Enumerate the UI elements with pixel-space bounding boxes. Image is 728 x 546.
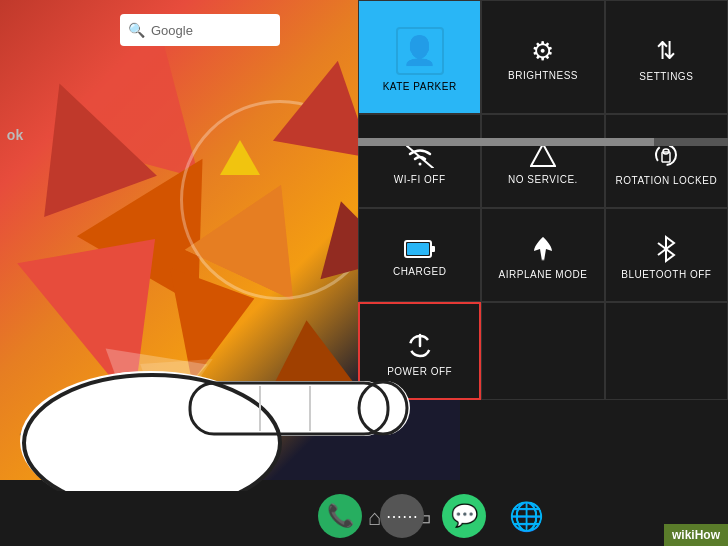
- scroll-indicator[interactable]: [358, 138, 728, 146]
- empty-cell-1: [481, 302, 604, 400]
- empty-cell-2: [605, 302, 728, 400]
- svg-rect-7: [431, 246, 435, 252]
- search-bar[interactable]: 🔍 Google: [120, 14, 280, 46]
- scroll-bar-thumb: [358, 138, 654, 146]
- tile-rotation-label: ROTATION LOCKED: [616, 175, 718, 186]
- tile-settings-label: SETTINGS: [639, 71, 693, 82]
- search-icon: 🔍: [128, 22, 145, 38]
- tile-wifi-label: WI-FI OFF: [394, 174, 446, 185]
- brightness-icon: ⚙: [531, 38, 554, 64]
- wikihow-badge: wikiHow: [664, 524, 728, 546]
- tile-wifi[interactable]: WI-FI OFF: [358, 114, 481, 208]
- svg-line-9: [658, 243, 666, 249]
- ok-label: ok: [0, 120, 30, 150]
- tile-settings[interactable]: ⇅ SETTINGS: [605, 0, 728, 114]
- bluetooth-icon: [655, 235, 677, 263]
- tile-profile-label: KATE PARKER: [383, 81, 457, 92]
- wikihow-brand-label: wikiHow: [672, 528, 720, 542]
- nav-bar: ← ⌂ ▭ 📞 ⋯⋯ 💬 🌐: [0, 490, 728, 546]
- svg-line-10: [658, 249, 666, 255]
- tablet-screen: ok 🔍 Google 👤 KATE PARKER ⚙ BRIGHTNESS ⇅…: [0, 0, 728, 546]
- dock-phone-icon[interactable]: 📞: [318, 494, 362, 538]
- tile-rotation[interactable]: ROTATION LOCKED: [605, 114, 728, 208]
- settings-icon: ⇅: [656, 37, 676, 65]
- svg-marker-1: [531, 144, 555, 166]
- profile-avatar: 👤: [396, 27, 444, 75]
- airplane-icon: [528, 235, 558, 263]
- app-dock: 📞 ⋯⋯ 💬 🌐: [318, 494, 548, 538]
- tile-brightness[interactable]: ⚙ BRIGHTNESS: [481, 0, 604, 114]
- hand-pointing-graphic: [0, 211, 430, 491]
- dock-allapps-icon[interactable]: ⋯⋯: [380, 494, 424, 538]
- tile-bluetooth-label: BLUETOOTH OFF: [621, 269, 711, 280]
- tile-no-service-label: NO SERVICE.: [508, 174, 578, 185]
- tile-airplane-label: AIRPLANE MODE: [499, 269, 588, 280]
- tile-no-service[interactable]: NO SERVICE.: [481, 114, 604, 208]
- tile-airplane[interactable]: AIRPLANE MODE: [481, 208, 604, 302]
- tile-bluetooth[interactable]: BLUETOOTH OFF: [605, 208, 728, 302]
- tile-brightness-label: BRIGHTNESS: [508, 70, 578, 81]
- tile-profile[interactable]: 👤 KATE PARKER: [358, 0, 481, 114]
- dock-messages-icon[interactable]: 💬: [442, 494, 486, 538]
- search-text: Google: [151, 23, 193, 38]
- dock-browser-icon[interactable]: 🌐: [504, 494, 548, 538]
